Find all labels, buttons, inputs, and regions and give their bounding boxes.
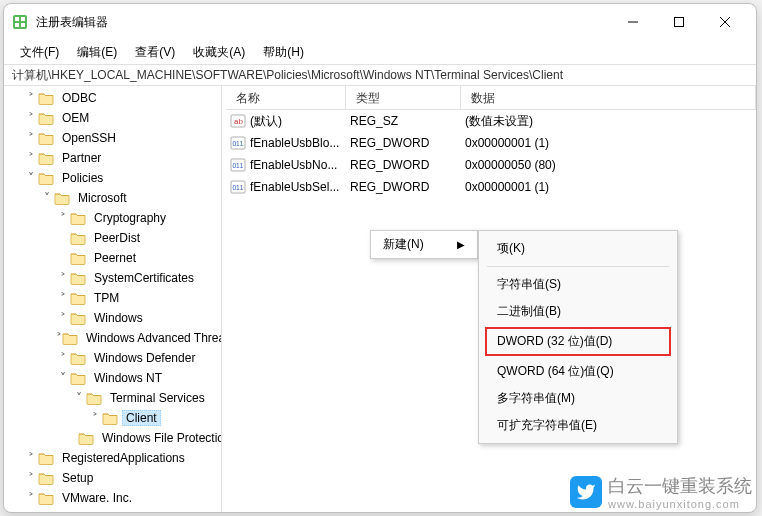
svg-text:ab: ab — [234, 117, 243, 126]
tree-label: Client — [122, 410, 161, 426]
ctx-item-expand[interactable]: 可扩充字符串值(E) — [479, 412, 677, 439]
list-row[interactable]: 011fEnableUsbBlo...REG_DWORD0x00000001 (… — [226, 132, 756, 154]
chevron-down-icon[interactable]: ˅ — [24, 171, 38, 185]
tree-item[interactable]: ˅Terminal Services — [4, 388, 221, 408]
chevron-down-icon[interactable]: ˅ — [72, 391, 86, 405]
folder-icon — [38, 171, 54, 185]
chevron-right-icon[interactable]: ˃ — [24, 91, 38, 105]
folder-icon — [38, 491, 54, 505]
tree-label: Terminal Services — [106, 391, 209, 405]
list-row[interactable]: 011fEnableUsbNo...REG_DWORD0x00000050 (8… — [226, 154, 756, 176]
chevron-right-icon[interactable]: ˃ — [56, 311, 70, 325]
folder-icon — [70, 271, 86, 285]
watermark: 白云一键重装系统 www.baiyunxitong.com — [570, 474, 752, 510]
folder-icon — [70, 311, 86, 325]
list-row[interactable]: 011fEnableUsbSel...REG_DWORD0x00000001 (… — [226, 176, 756, 198]
titlebar[interactable]: 注册表编辑器 — [4, 4, 756, 40]
chevron-right-icon[interactable]: ˃ — [24, 131, 38, 145]
menu-edit[interactable]: 编辑(E) — [69, 42, 125, 63]
tree-label: Windows Advanced Threat Protection — [82, 331, 222, 345]
twitter-icon — [570, 476, 602, 508]
tree-item[interactable]: ˃PeerDist — [4, 228, 221, 248]
value-data: 0x00000001 (1) — [465, 180, 756, 194]
tree-item[interactable]: ˃RegisteredApplications — [4, 448, 221, 468]
folder-icon — [54, 191, 70, 205]
col-type[interactable]: 类型 — [346, 86, 461, 109]
tree-item[interactable]: ˃SystemCertificates — [4, 268, 221, 288]
folder-icon — [70, 291, 86, 305]
chevron-right-icon[interactable]: ˃ — [24, 111, 38, 125]
value-data: 0x00000001 (1) — [465, 136, 756, 150]
ctx-item-key[interactable]: 项(K) — [479, 235, 677, 262]
tree-label: RegisteredApplications — [58, 451, 189, 465]
folder-icon — [78, 431, 94, 445]
ctx-item-binary[interactable]: 二进制值(B) — [479, 298, 677, 325]
chevron-right-icon: ▶ — [457, 239, 465, 250]
context-menu-new: 项(K)字符串值(S)二进制值(B)DWORD (32 位)值(D)QWORD … — [478, 230, 678, 444]
tree-item[interactable]: ˃Client — [4, 408, 221, 428]
ctx-new[interactable]: 新建(N) ▶ — [371, 231, 477, 258]
chevron-right-icon[interactable]: ˃ — [56, 271, 70, 285]
tree-item[interactable]: ˃VMware. Inc. — [4, 488, 221, 508]
ctx-item-string[interactable]: 字符串值(S) — [479, 271, 677, 298]
tree-item[interactable]: ˃Windows File Protection — [4, 428, 221, 448]
tree-label: Microsoft — [74, 191, 131, 205]
chevron-down-icon[interactable]: ˅ — [40, 191, 54, 205]
folder-icon — [38, 151, 54, 165]
tree-label: Peernet — [90, 251, 140, 265]
tree-item[interactable]: ˃Setup — [4, 468, 221, 488]
menu-fav[interactable]: 收藏夹(A) — [185, 42, 253, 63]
tree-item[interactable]: ˅Windows NT — [4, 368, 221, 388]
window-title: 注册表编辑器 — [36, 14, 610, 31]
tree-label: PeerDist — [90, 231, 144, 245]
menu-file[interactable]: 文件(F) — [12, 42, 67, 63]
close-button[interactable] — [702, 6, 748, 38]
chevron-right-icon[interactable]: ˃ — [24, 451, 38, 465]
chevron-right-icon[interactable]: ˃ — [56, 211, 70, 225]
maximize-button[interactable] — [656, 6, 702, 38]
tree-item[interactable]: ˅Microsoft — [4, 188, 221, 208]
list-row[interactable]: ab(默认)REG_SZ(数值未设置) — [226, 110, 756, 132]
address-bar[interactable]: 计算机\HKEY_LOCAL_MACHINE\SOFTWARE\Policies… — [4, 64, 756, 86]
ctx-new-label: 新建(N) — [383, 236, 424, 253]
tree-item[interactable]: ˃Partner — [4, 148, 221, 168]
col-name[interactable]: 名称 — [226, 86, 346, 109]
svg-rect-2 — [21, 17, 25, 21]
folder-icon — [70, 231, 86, 245]
app-icon — [12, 14, 28, 30]
minimize-button[interactable] — [610, 6, 656, 38]
folder-icon — [86, 391, 102, 405]
context-submenu: 新建(N) ▶ — [370, 230, 478, 259]
chevron-right-icon[interactable]: ˃ — [24, 491, 38, 505]
svg-rect-4 — [21, 23, 25, 27]
chevron-right-icon[interactable]: ˃ — [56, 291, 70, 305]
chevron-right-icon[interactable]: ˃ — [56, 351, 70, 365]
address-path: 计算机\HKEY_LOCAL_MACHINE\SOFTWARE\Policies… — [12, 67, 563, 84]
tree-item[interactable]: ˃Peernet — [4, 248, 221, 268]
chevron-right-icon[interactable]: ˃ — [24, 151, 38, 165]
svg-text:011: 011 — [233, 162, 244, 169]
tree-panel[interactable]: ˃ODBC˃OEM˃OpenSSH˃Partner˅Policies˅Micro… — [4, 86, 222, 512]
tree-item[interactable]: ˃ODBC — [4, 88, 221, 108]
tree-item[interactable]: ˅Policies — [4, 168, 221, 188]
svg-rect-3 — [15, 23, 19, 27]
chevron-down-icon[interactable]: ˅ — [56, 371, 70, 385]
tree-item[interactable]: ˃TPM — [4, 288, 221, 308]
menu-help[interactable]: 帮助(H) — [255, 42, 312, 63]
tree-item[interactable]: ˃Windows — [4, 308, 221, 328]
menu-view[interactable]: 查看(V) — [127, 42, 183, 63]
ctx-item-qword[interactable]: QWORD (64 位)值(Q) — [479, 358, 677, 385]
tree-item[interactable]: ˃Cryptography — [4, 208, 221, 228]
tree-item[interactable]: ˃Windows Defender — [4, 348, 221, 368]
ctx-item-multi[interactable]: 多字符串值(M) — [479, 385, 677, 412]
tree-item[interactable]: ˃OpenSSH — [4, 128, 221, 148]
value-name: fEnableUsbNo... — [250, 158, 350, 172]
tree-item[interactable]: ˃Windows Advanced Threat Protection — [4, 328, 221, 348]
chevron-right-icon[interactable]: ˃ — [24, 471, 38, 485]
binary-value-icon: 011 — [230, 179, 246, 195]
folder-icon — [38, 471, 54, 485]
col-data[interactable]: 数据 — [461, 86, 756, 109]
chevron-right-icon[interactable]: ˃ — [88, 411, 102, 425]
ctx-item-dword[interactable]: DWORD (32 位)值(D) — [485, 327, 671, 356]
tree-item[interactable]: ˃OEM — [4, 108, 221, 128]
